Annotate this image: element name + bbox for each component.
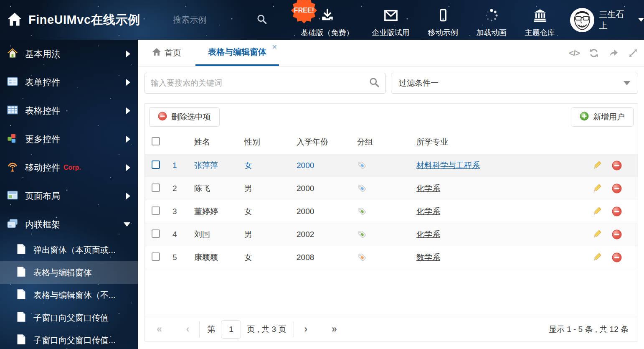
sidebar-subitem-grid-edit-window-2[interactable]: 表格与编辑窗体（不... <box>0 284 138 306</box>
col-header-major[interactable]: 所学专业 <box>416 137 592 148</box>
expand-icon[interactable] <box>628 48 638 58</box>
delete-selected-label: 删除选中项 <box>171 112 211 122</box>
delete-row-button[interactable] <box>612 183 638 194</box>
delete-row-button[interactable] <box>612 206 638 217</box>
first-page-button[interactable]: « <box>154 324 165 335</box>
file-icon <box>17 334 26 346</box>
edit-button[interactable] <box>592 206 612 217</box>
search-icon[interactable] <box>256 14 267 26</box>
keyword-search-input[interactable] <box>151 79 369 88</box>
nav-basic-free[interactable]: FREE! 基础版（免费） <box>301 3 354 38</box>
keyword-search-box[interactable] <box>145 73 386 94</box>
tab-home[interactable]: 首页 <box>147 40 186 66</box>
edit-button[interactable] <box>592 229 612 239</box>
add-user-button[interactable]: 新增用户 <box>571 107 634 127</box>
prev-page-button[interactable]: ‹ <box>184 324 192 335</box>
gender-link[interactable]: 女 <box>244 161 252 170</box>
sidebar-item-page-layout[interactable]: 页面布局 <box>0 182 138 210</box>
student-name-link[interactable]: 张萍萍 <box>194 161 218 170</box>
row-checkbox[interactable] <box>152 183 160 192</box>
tab-grid-edit-window[interactable]: 表格与编辑窗体 ✕ <box>195 40 279 66</box>
header-nav: FREE! 基础版（免费） 企业版试用 移动示例 <box>301 3 555 38</box>
col-header-year[interactable]: 入学年份 <box>297 137 357 148</box>
code-icon[interactable]: </> <box>569 48 580 58</box>
sidebar-item-more-controls[interactable]: 移动控件更多控件 <box>0 125 138 153</box>
student-name-link[interactable]: 康颖颖 <box>194 253 218 262</box>
tag-icon <box>357 160 416 171</box>
delete-row-button[interactable] <box>612 229 638 239</box>
row-checkbox[interactable] <box>152 206 160 215</box>
brand[interactable]: FineUIMvc在线示例 <box>0 12 173 28</box>
chevron-right-icon <box>126 51 130 57</box>
row-checkbox[interactable] <box>152 229 160 238</box>
year-link[interactable]: 2000 <box>297 161 314 170</box>
sidebar-subitem-child-to-parent-2[interactable]: 子窗口向父窗口传值... <box>0 329 138 349</box>
share-icon[interactable] <box>608 48 619 58</box>
nav-mobile-demo[interactable]: 移动示例 <box>428 3 458 38</box>
major-link[interactable]: 材料科学与工程系 <box>416 161 480 170</box>
sidebar-subitem-child-to-parent[interactable]: 子窗口向父窗口传值 <box>0 306 138 329</box>
nav-theme-repo[interactable]: 主题仓库 <box>525 3 555 38</box>
sidebar-subitem-grid-edit-window[interactable]: 表格与编辑窗体 <box>0 261 138 284</box>
close-icon[interactable]: ✕ <box>272 44 277 51</box>
major-link[interactable]: 化学系 <box>416 184 440 193</box>
nav-enterprise-trial[interactable]: 企业版试用 <box>372 3 410 38</box>
next-page-button[interactable]: › <box>302 324 310 335</box>
last-page-button[interactable]: » <box>329 324 340 335</box>
minus-circle-icon <box>158 112 167 123</box>
user-name[interactable]: 三生石上 <box>599 9 631 31</box>
delete-row-button[interactable] <box>612 252 638 262</box>
edit-button[interactable] <box>592 252 612 262</box>
select-all-checkbox[interactable] <box>152 137 160 145</box>
search-icon[interactable] <box>369 77 380 89</box>
nav-loading-animations[interactable]: 加载动画 <box>477 3 507 38</box>
table-row[interactable]: 1 张萍萍 女 2000 材料科学与工程系 <box>145 154 638 177</box>
sidebar-item-form-controls[interactable]: 表单控件 <box>0 68 138 97</box>
table-row[interactable]: 5 康颖颖 女 2008 数学系 <box>145 246 638 269</box>
header-search-placeholder[interactable]: 搜索示例 <box>173 14 206 25</box>
sidebar-item-mobile-controls[interactable]: 移动控件 Corp. <box>0 153 138 182</box>
delete-row-button[interactable] <box>612 160 638 171</box>
sidebar-item-inline-frame[interactable]: 内联框架 <box>0 210 138 239</box>
col-header-name[interactable]: 姓名 <box>194 137 244 148</box>
chevron-down-icon[interactable] <box>638 18 644 22</box>
refresh-icon[interactable] <box>589 48 599 58</box>
delete-selected-button[interactable]: 删除选中项 <box>149 107 220 127</box>
student-name-link[interactable]: 董婷婷 <box>194 207 218 216</box>
edit-button[interactable] <box>592 160 612 171</box>
download-icon <box>320 8 335 24</box>
sidebar-subitem-popup-window[interactable]: 弹出窗体（本页面或... <box>0 239 138 261</box>
edit-button[interactable] <box>592 183 612 194</box>
row-checkbox[interactable] <box>152 252 160 261</box>
sidebar-item-grid-controls[interactable]: 表格控件 <box>0 97 138 125</box>
table-row[interactable]: 4 刘国 男 2002 化学系 <box>145 223 638 246</box>
sidebar-item-basic-usage[interactable]: 基本用法 <box>0 40 138 68</box>
avatar[interactable] <box>570 8 594 32</box>
table-row[interactable]: 2 陈飞 男 2000 化学系 <box>145 177 638 200</box>
student-name-link[interactable]: 刘国 <box>194 230 210 239</box>
page-number-input[interactable] <box>221 320 241 339</box>
svg-text:FREE!: FREE! <box>294 6 314 13</box>
nav-label: 主题仓库 <box>525 28 555 38</box>
sidebar-subitem-label: 子窗口向父窗口传值... <box>33 335 116 346</box>
sidebar-item-label: 基本用法 <box>25 48 126 60</box>
row-checkbox[interactable] <box>152 160 160 169</box>
major-link[interactable]: 化学系 <box>416 230 440 239</box>
pagination-summary: 显示 1 - 5 条 , 共 12 条 <box>549 324 629 335</box>
sidebar-item-label: 移动控件 Corp. <box>25 162 126 173</box>
col-header-gender[interactable]: 性别 <box>244 137 297 148</box>
app-title: FineUIMvc在线示例 <box>28 12 140 28</box>
file-icon <box>17 266 26 279</box>
chevron-down-icon <box>124 222 130 227</box>
header-search[interactable]: 搜索示例 <box>173 14 276 26</box>
table-row[interactable]: 3 董婷婷 女 2000 化学系 <box>145 200 638 223</box>
user-menu[interactable]: 三生石上 <box>570 8 644 32</box>
filter-dropdown[interactable]: 过滤条件一 <box>391 73 638 94</box>
tab-bar: 首页 表格与编辑窗体 ✕ </> <box>138 40 644 66</box>
student-name-link[interactable]: 陈飞 <box>194 184 210 193</box>
major-link[interactable]: 化学系 <box>416 207 440 216</box>
major-link[interactable]: 数学系 <box>416 253 440 262</box>
page-suffix-label: 页 , 共 3 页 <box>247 324 286 335</box>
col-header-group[interactable]: 分组 <box>357 137 416 148</box>
sidebar-subitem-label: 弹出窗体（本页面或... <box>33 245 116 256</box>
